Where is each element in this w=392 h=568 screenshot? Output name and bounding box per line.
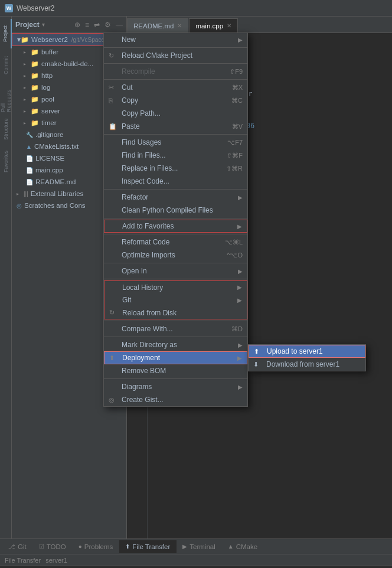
tab-git[interactable]: ⎇ Git — [2, 540, 33, 553]
tab-todo[interactable]: ☑ TODO — [33, 540, 73, 553]
expand-arrow-http: ▸ — [24, 73, 30, 79]
tree-label-license: LICENSE — [35, 155, 64, 162]
tab-readme-close[interactable]: ✕ — [177, 22, 182, 29]
window-title: Webserver2 — [17, 4, 54, 12]
collapse-icon[interactable]: ≡ — [85, 21, 89, 29]
menu-diagrams[interactable]: Diagrams ▶ — [104, 380, 247, 393]
tree-label-readme: README.md — [35, 178, 76, 185]
menu-reformat[interactable]: Reformat Code ⌥⌘L — [104, 236, 247, 249]
menu-reload-cmake[interactable]: ↻Reload CMake Project — [104, 49, 247, 62]
tree-item-label: Webserver2 — [31, 36, 68, 43]
menu-replace-in-files[interactable]: Replace in Files... ⇧⌘R — [104, 162, 247, 175]
submenu-download-server1[interactable]: ⬇ Download from server1 — [249, 358, 365, 371]
menu-recompile[interactable]: Recompile ⇧F9 — [104, 65, 247, 78]
expand-arrow-pool: ▸ — [24, 97, 30, 102]
gear-icon[interactable]: ⚙ — [104, 21, 111, 29]
folder-icon-server: 📁 — [31, 107, 39, 115]
menu-mark-directory[interactable]: Mark Directory as ▶ — [104, 338, 247, 351]
sep11 — [104, 337, 247, 337]
project-dropdown-icon[interactable]: ▾ — [42, 21, 45, 28]
context-menu: New ▶ ↻Reload CMake Project Recompile ⇧F… — [103, 32, 248, 407]
menu-local-history[interactable]: Local History ▶ — [104, 280, 247, 293]
optimize-shortcut: ^⌥O — [227, 252, 243, 259]
app-icon: W — [5, 4, 13, 12]
todo-tab-icon: ☑ — [39, 543, 44, 550]
tab-maincpp[interactable]: main.cpp ✕ — [189, 18, 238, 32]
menu-find-usages[interactable]: Find Usages ⌥F7 — [104, 136, 247, 149]
deployment-icon: ⬆ — [109, 354, 119, 362]
sidebar-item-structure[interactable]: Structure — [0, 115, 12, 144]
gist-icon: ◎ — [109, 396, 118, 404]
tree-label-server: server — [41, 107, 60, 115]
folder-icon-cmake: 📁 — [31, 60, 39, 68]
scratches-icon: ◎ — [17, 203, 22, 209]
menu-find-in-files[interactable]: Find in Files... ⇧⌘F — [104, 149, 247, 162]
tab-terminal[interactable]: ▶ Terminal — [177, 540, 221, 553]
tab-readme[interactable]: README.md ✕ — [127, 18, 188, 32]
sep7 — [104, 234, 247, 234]
expand-arrow-server: ▸ — [24, 109, 30, 114]
find-usages-shortcut: ⌥F7 — [227, 139, 243, 146]
submenu-arrow-refactor: ▶ — [238, 194, 243, 201]
split-icon[interactable]: ⇌ — [94, 21, 100, 29]
copy-shortcut: ⌘C — [231, 97, 243, 105]
close-icon[interactable]: — — [116, 21, 123, 29]
menu-copy[interactable]: ⎘Copy ⌘C — [104, 94, 247, 107]
download-label: Download from server1 — [266, 360, 339, 368]
menu-git[interactable]: Git ▶ — [104, 293, 247, 306]
locate-icon[interactable]: ⊕ — [74, 21, 80, 29]
problems-tab-label: Problems — [84, 543, 113, 550]
menu-create-gist[interactable]: ◎Create Gist... — [104, 393, 247, 406]
tree-label-http: http — [41, 72, 53, 79]
file-icon-gitignore: 🔧 — [26, 132, 33, 138]
menu-clean-python[interactable]: Clean Python Compiled Files — [104, 204, 247, 217]
tab-problems[interactable]: ● Problems — [73, 540, 120, 553]
tree-label-maincpp: main.cpp — [35, 167, 63, 174]
find-files-shortcut: ⇧⌘F — [227, 152, 243, 159]
menu-reload-from-disk[interactable]: ↻Reload from Disk — [104, 306, 247, 319]
tree-label-gitignore: .gitignore — [35, 131, 63, 138]
menu-deployment[interactable]: ⬆Deployment ▶ — [104, 351, 247, 364]
folder-icon-http: 📁 — [31, 72, 39, 80]
sidebar-item-favorites[interactable]: Favorites — [0, 146, 12, 176]
file-icon-maincpp: 📄 — [26, 167, 33, 174]
submenu-upload-server1[interactable]: ⬆ Upload to server1 — [249, 345, 365, 358]
terminal-tab-icon: ▶ — [182, 543, 187, 550]
menu-compare-with[interactable]: Compare With... ⌘D — [104, 322, 247, 335]
sidebar-item-pull-requests[interactable]: Pull Requests — [0, 83, 12, 112]
sep3 — [104, 79, 247, 80]
sidebar-item-commit[interactable]: Commit — [0, 51, 12, 80]
todo-tab-label: TODO — [47, 543, 66, 550]
folder-icon-log: 📁 — [31, 84, 39, 92]
menu-remove-bom[interactable]: Remove BOM — [104, 364, 247, 377]
menu-open-in[interactable]: Open In ▶ — [104, 265, 247, 278]
menu-copy-path[interactable]: Copy Path... — [104, 107, 247, 120]
file-transfer-header: File Transfer server1 — [0, 554, 392, 566]
cut-shortcut: ⌘X — [232, 84, 243, 92]
menu-paste[interactable]: 📋Paste ⌘V — [104, 120, 247, 133]
file-icon-license: 📄 — [26, 155, 33, 162]
submenu-arrow-git: ▶ — [237, 297, 242, 303]
sep12 — [104, 378, 247, 379]
deployment-submenu: ⬆ Upload to server1 ⬇ Download from serv… — [248, 344, 366, 371]
tab-maincpp-label: main.cpp — [195, 22, 223, 30]
reformat-shortcut: ⌥⌘L — [225, 239, 243, 246]
submenu-arrow-fav: ▶ — [237, 223, 242, 230]
submenu-arrow-diag: ▶ — [238, 384, 243, 390]
tree-label-cmakelists: CMakeLists.txt — [34, 143, 79, 150]
bottom-panel: ⎇ Git ☑ TODO ● Problems ⬆ File Transfer … — [0, 538, 392, 568]
tab-file-transfer[interactable]: ⬆ File Transfer — [119, 540, 177, 553]
tab-cmake[interactable]: ▲ CMake — [222, 540, 264, 553]
menu-new[interactable]: New ▶ — [104, 33, 247, 46]
terminal-tab-label: Terminal — [190, 543, 215, 550]
tab-maincpp-close[interactable]: ✕ — [227, 22, 231, 29]
replace-shortcut: ⇧⌘R — [226, 165, 243, 172]
menu-refactor[interactable]: Refactor ▶ — [104, 191, 247, 204]
menu-add-favorites[interactable]: Add to Favorites ▶ — [104, 220, 247, 233]
menu-inspect-code[interactable]: Inspect Code... — [104, 175, 247, 188]
menu-cut[interactable]: ✂Cut ⌘X — [104, 81, 247, 94]
ft-col-server: server1 — [43, 557, 70, 564]
cmake-tab-label: CMake — [236, 543, 257, 550]
menu-optimize-imports[interactable]: Optimize Imports ^⌥O — [104, 249, 247, 262]
sidebar-item-project[interactable]: Project — [0, 19, 12, 48]
